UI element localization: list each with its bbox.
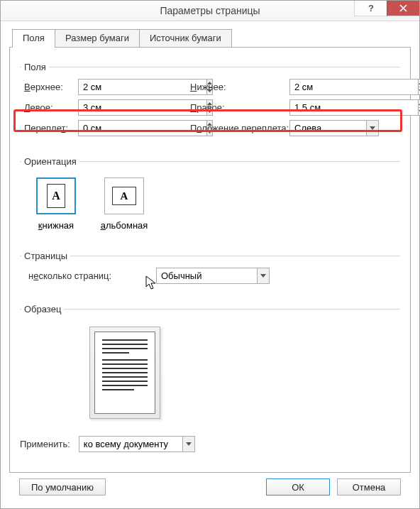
dialog-window: Параметры страницы ? Поля Размер бумаги … [0,0,420,509]
label-top: Верхнее: [24,82,78,92]
tab-margins[interactable]: Поля [12,29,55,48]
close-button[interactable] [387,1,419,16]
tab-strip: Поля Размер бумаги Источник бумаги [12,28,411,47]
label-apply: Применить: [20,439,70,449]
orientation-portrait-label: книжная [31,220,81,231]
tab-paper-size[interactable]: Размер бумаги [55,29,140,48]
tab-paper-source[interactable]: Источник бумаги [139,29,232,48]
orientation-landscape-label: альбомная [99,220,149,231]
combo-multi-pages[interactable]: Обычный [156,268,270,284]
dialog-footer: По умолчанию ОК Отмена [9,473,411,504]
label-gutter: Переплет: [24,123,78,133]
tab-body: Поля Верхнее: Нижнее: Левое: Правое: Пер [9,47,411,473]
group-margins-title: Поля [21,62,49,72]
default-button[interactable]: По умолчанию [19,478,106,496]
group-preview-title: Образец [21,304,64,314]
cancel-button[interactable]: Отмена [337,478,401,496]
svg-text:?: ? [368,4,374,12]
input-bottom[interactable] [289,79,379,95]
orientation-portrait[interactable]: A книжная [31,177,81,231]
group-pages-title: Страницы [21,251,70,261]
combo-gutter-pos[interactable]: Слева [289,120,379,136]
help-button[interactable]: ? [354,1,387,16]
label-gutter-pos: Положение переплета: [190,123,289,133]
label-multi-pages: несколько страниц: [28,270,142,281]
input-gutter[interactable] [78,120,167,136]
combo-apply[interactable]: ко всему документу [79,436,195,452]
ok-button[interactable]: ОК [266,478,330,496]
label-right: Правое: [190,102,289,113]
label-bottom: Нижнее: [190,82,289,92]
chevron-down-icon[interactable] [182,436,195,452]
label-left: Левое: [24,102,78,113]
input-top[interactable] [78,79,167,95]
chevron-down-icon[interactable] [257,268,270,284]
orientation-landscape[interactable]: A альбомная [99,177,149,231]
input-right[interactable] [289,99,379,116]
chevron-down-icon[interactable] [366,120,379,136]
page-preview [89,327,160,419]
group-orient-title: Ориентация [21,156,79,167]
titlebar: Параметры страницы ? [1,1,419,21]
input-left[interactable] [78,99,167,116]
